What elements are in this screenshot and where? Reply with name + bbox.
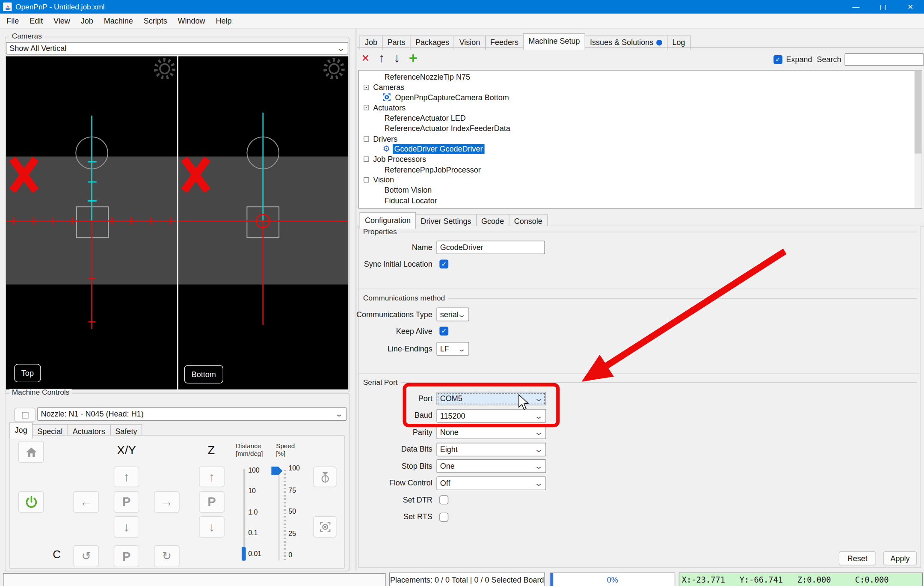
menu-item-file[interactable]: File xyxy=(1,13,24,28)
close-icon[interactable]: ✕ xyxy=(897,0,924,14)
camera-view-top[interactable] xyxy=(6,57,177,390)
tab-machine-setup[interactable]: Machine Setup xyxy=(523,33,585,50)
tree-item-actuators[interactable]: -Actuators xyxy=(362,103,921,113)
dro-coordinates: X:-23.771 Y:-66.741 Z:0.000 C:0.000 xyxy=(679,573,923,586)
distance-tick-labels: 100101.00.10.01 xyxy=(248,467,261,557)
camera-view-selector[interactable]: Show All Vertical ⌄ xyxy=(6,42,348,54)
tree-collapse-icon[interactable]: - xyxy=(364,84,369,89)
sync-initial-location-checkbox[interactable]: ✓ xyxy=(439,259,448,268)
chevron-down-icon: ⌄ xyxy=(534,479,543,488)
name-field[interactable]: GcodeDriver xyxy=(436,241,545,254)
status-message-field xyxy=(3,573,385,586)
serial-row-parity: ParityNone⌄ xyxy=(308,425,546,439)
tree-item-vision[interactable]: -Vision xyxy=(362,175,921,185)
serial-row-flow-control: Flow ControlOff⌄ xyxy=(308,476,546,490)
tree-collapse-icon[interactable]: - xyxy=(364,105,369,110)
tree-item-fiducal-locator[interactable]: Fiducal Locator xyxy=(362,195,921,205)
xy-header: X/Y xyxy=(114,443,139,457)
expand-checkbox[interactable]: ✓ xyxy=(773,55,782,64)
machine-controls-label: Machine Controls xyxy=(9,389,72,396)
tree-collapse-icon[interactable]: - xyxy=(364,177,369,182)
serial-select-port[interactable]: COM5⌄ xyxy=(436,392,546,405)
set-dtr-checkbox[interactable] xyxy=(439,496,448,505)
tree-item-cameras[interactable]: -Cameras xyxy=(362,82,921,92)
distance-slider-handle[interactable] xyxy=(241,547,246,561)
set-rts-checkbox[interactable] xyxy=(439,512,448,521)
tree-item-referencenozzletip-n75[interactable]: ReferenceNozzleTip N75 xyxy=(362,72,921,82)
jog-y-minus-button[interactable]: ↓ xyxy=(114,516,139,538)
menu-item-job[interactable]: Job xyxy=(75,13,98,28)
collapse-controls-button[interactable]: - xyxy=(14,408,36,422)
jog-x-minus-button[interactable]: ← xyxy=(74,491,99,513)
power-button[interactable] xyxy=(18,491,44,513)
tree-item-gcodedriver-gcodedriver[interactable]: ⚙GcodeDriver GcodeDriver xyxy=(362,144,921,154)
serial-label-data-bits: Data Bits xyxy=(308,444,432,454)
maximize-icon[interactable]: ▢ xyxy=(870,0,897,14)
nozzle-selector[interactable]: Nozzle: N1 - N045 (Head: H1) ⌄ xyxy=(37,407,346,421)
tree-item-job-processors[interactable]: -Job Processors xyxy=(362,154,921,164)
tree-item-openpnpcapturecamera-bottom[interactable]: OpenPnpCaptureCamera Bottom xyxy=(362,92,921,103)
tree-item-referenceactuator-indexfeederdata[interactable]: ReferenceActuator IndexFeederData xyxy=(362,123,921,134)
tree-collapse-icon[interactable]: - xyxy=(364,157,369,162)
tree-item-referenceactuator-led[interactable]: ReferenceActuator LED xyxy=(362,113,921,123)
brightness-sun-icon xyxy=(325,60,343,78)
tree-scrollbar[interactable] xyxy=(915,71,922,208)
park-c-button[interactable]: P xyxy=(114,545,139,567)
rotate-ccw-button[interactable]: ↺ xyxy=(74,545,99,567)
communications-type-select[interactable]: serial⌄ xyxy=(436,308,469,321)
speed-label: Speed [%] xyxy=(276,442,295,458)
menu-item-view[interactable]: View xyxy=(48,13,76,28)
mc-tab-jog[interactable]: Jog xyxy=(9,422,33,439)
gear-icon: ⚙ xyxy=(382,144,390,154)
jog-z-minus-button[interactable]: ↓ xyxy=(199,516,225,538)
arrow-down-icon: ↓ xyxy=(209,520,215,534)
serial-port-section-header: Serial Port xyxy=(363,378,917,386)
serial-select-baud[interactable]: 115200⌄ xyxy=(436,409,546,422)
serial-row-set-dtr: Set DTR xyxy=(308,493,546,507)
delete-icon[interactable]: ✕ xyxy=(361,52,370,64)
tree-collapse-icon[interactable]: - xyxy=(364,136,369,141)
menu-item-window[interactable]: Window xyxy=(172,13,210,28)
serial-select-stop-bits[interactable]: One⌄ xyxy=(436,459,546,473)
chevron-down-icon: ⌄ xyxy=(457,344,466,353)
tree-scrollbar-thumb[interactable] xyxy=(915,71,922,154)
window-title: OpenPnP - Untitled.job.xml xyxy=(15,3,104,11)
menu-item-edit[interactable]: Edit xyxy=(24,13,48,28)
tree-item-referencepnpjobprocessor[interactable]: ReferencePnpJobProcessor xyxy=(362,164,921,175)
serial-select-flow-control[interactable]: Off⌄ xyxy=(436,476,546,490)
progress-bar: 0% xyxy=(550,573,675,586)
distance-tick-1-0: 1.0 xyxy=(248,508,261,515)
serial-select-data-bits[interactable]: Eight⌄ xyxy=(436,443,546,456)
minimize-icon[interactable]: — xyxy=(842,0,870,14)
speed-slider-track[interactable] xyxy=(278,469,280,561)
jog-y-plus-button[interactable]: ↑ xyxy=(114,467,139,487)
comm-section-header: Communications method xyxy=(363,294,917,302)
move-up-icon[interactable]: ↑ xyxy=(379,51,385,65)
menu-item-help[interactable]: Help xyxy=(210,13,237,28)
apply-button[interactable]: Apply xyxy=(883,551,917,565)
tree-item-drivers[interactable]: -Drivers xyxy=(362,134,921,144)
camera-view-bottom[interactable] xyxy=(178,57,348,390)
machine-setup-tree[interactable]: ReferenceNozzleTip N75-CamerasOpenPnpCap… xyxy=(358,70,922,208)
serial-port-rows: PortCOM5⌄Baud115200⌄ParityNone⌄Data Bits… xyxy=(308,392,546,524)
rotate-cw-button[interactable]: ↻ xyxy=(154,545,180,567)
move-down-icon[interactable]: ↓ xyxy=(394,51,400,65)
add-icon[interactable]: + xyxy=(409,52,418,64)
reset-button[interactable]: Reset xyxy=(839,551,876,565)
tree-item-bottom-vision[interactable]: Bottom Vision xyxy=(362,185,921,195)
menu-item-scripts[interactable]: Scripts xyxy=(138,13,172,28)
config-tab-configuration[interactable]: Configuration xyxy=(359,212,416,229)
line-endings-select[interactable]: LF⌄ xyxy=(436,342,469,356)
park-z-button[interactable]: P xyxy=(199,491,225,513)
keep-alive-checkbox[interactable]: ✓ xyxy=(439,327,448,336)
jog-z-plus-button[interactable]: ↑ xyxy=(199,467,225,487)
search-input[interactable] xyxy=(845,54,924,66)
chevron-down-icon: ⌄ xyxy=(457,310,466,319)
park-xy-button[interactable]: P xyxy=(114,491,139,513)
distance-tick-10: 10 xyxy=(248,487,261,494)
java-app-icon xyxy=(3,3,12,12)
home-button[interactable] xyxy=(18,441,44,463)
menu-item-machine[interactable]: Machine xyxy=(98,13,138,28)
jog-x-plus-button[interactable]: → xyxy=(154,491,180,513)
serial-select-parity[interactable]: None⌄ xyxy=(436,425,546,439)
